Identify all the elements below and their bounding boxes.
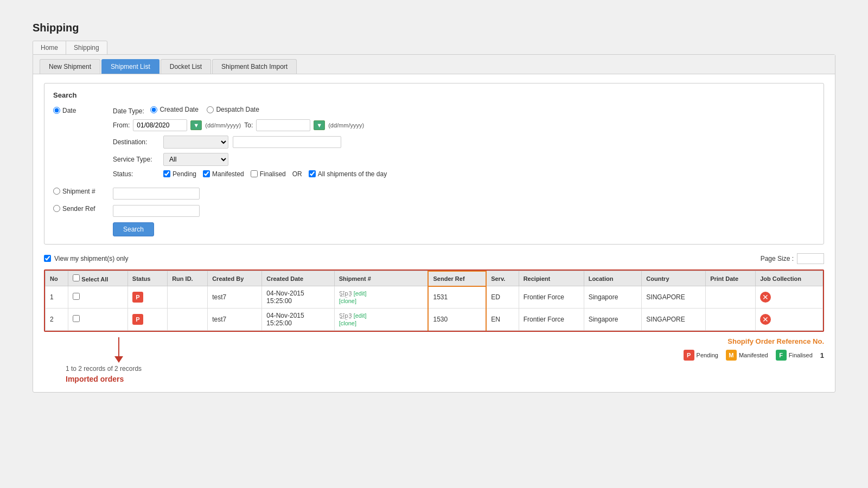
row1-location: Singapore xyxy=(584,286,642,309)
row2-checkbox xyxy=(68,309,128,331)
shipment-num-row: Shipment # xyxy=(53,188,815,200)
tab-shipment-batch-import[interactable]: Shipment Batch Import xyxy=(212,59,297,74)
row2-edit-link[interactable]: [edit] xyxy=(354,312,367,319)
table-row: 2 P test7 04-Nov-2015 15:25:00 Ş̤ī̤p̤3̤ … xyxy=(46,309,823,331)
row2-recipient: Frontier Force xyxy=(519,309,584,331)
records-text-row: 1 to 2 records of 2 records xyxy=(66,364,142,373)
table-footer: 1 to 2 records of 2 records Imported ord… xyxy=(44,337,824,383)
status-checkboxes: Pending Manifested Finalised xyxy=(163,170,387,178)
created-date-radio[interactable] xyxy=(150,106,157,113)
table-row: 1 P test7 04-Nov-2015 15:25:00 Ş̤ī̤p̤3̤ … xyxy=(46,286,823,309)
row1-recipient: Frontier Force xyxy=(519,286,584,309)
despatch-date-label: Despatch Date xyxy=(216,106,259,113)
row1-serv: ED xyxy=(486,286,519,309)
select-all-checkbox[interactable] xyxy=(73,274,80,281)
created-date-label: Created Date xyxy=(159,106,198,113)
manifested-checkbox[interactable] xyxy=(203,170,210,177)
breadcrumb: Home Shipping xyxy=(33,41,107,54)
legend-finalised-label: Finalised xyxy=(789,352,813,358)
despatch-date-radio[interactable] xyxy=(207,106,214,113)
page-title: Shipping xyxy=(33,22,835,34)
from-date-format: (dd/mm/yyyy) xyxy=(205,122,241,129)
row1-country: SINGAPORE xyxy=(642,286,706,309)
or-label: OR xyxy=(292,170,302,178)
from-label: From: xyxy=(113,121,130,129)
date-label: Date xyxy=(62,107,76,114)
tab-new-shipment[interactable]: New Shipment xyxy=(40,59,100,74)
to-date-input[interactable] xyxy=(256,119,310,131)
legend-pending: P Pending xyxy=(684,350,718,361)
records-section: 1 to 2 records of 2 records Imported ord… xyxy=(44,337,142,383)
service-type-label: Service Type: xyxy=(113,156,159,163)
row1-shipment-num: Ş̤ī̤p̤3̤ [edit] [clone] xyxy=(334,286,428,309)
shipment-radio[interactable] xyxy=(53,188,60,195)
all-shipments-checkbox[interactable] xyxy=(309,170,316,177)
col-created-by: Created By xyxy=(208,271,262,286)
row1-select[interactable] xyxy=(73,293,80,300)
search-box: Search Date Date Type: Created Date xyxy=(44,83,824,245)
tab-shipment-list[interactable]: Shipment List xyxy=(101,59,159,74)
service-type-select[interactable]: All xyxy=(163,153,228,166)
legend-manifested: M Manifested xyxy=(726,350,768,361)
row2-serv: EN xyxy=(486,309,519,331)
row1-no: 1 xyxy=(46,286,68,309)
view-my-shipments-checkbox[interactable] xyxy=(44,255,51,262)
shipment-hash-label: Shipment # xyxy=(62,188,95,195)
all-shipments-label: All shipments of the day xyxy=(318,170,387,178)
shipment-hash-input[interactable] xyxy=(113,188,200,200)
imported-orders-label: Imported orders xyxy=(66,375,142,383)
row1-clone-link[interactable]: [clone] xyxy=(339,298,356,304)
date-radio[interactable] xyxy=(53,107,60,114)
row1-print-date xyxy=(706,286,756,309)
date-controls: Date Type: Created Date Despatch Date xyxy=(113,106,387,182)
col-sender-ref: Sender Ref xyxy=(428,271,486,286)
row2-remove-btn[interactable]: ✕ xyxy=(760,314,771,325)
manifested-label: Manifested xyxy=(212,170,244,178)
to-cal-btn[interactable]: ▼ xyxy=(314,120,325,130)
breadcrumb-home[interactable]: Home xyxy=(33,41,66,54)
row2-country: SINGAPORE xyxy=(642,309,706,331)
row1-checkbox xyxy=(68,286,128,309)
sender-ref-input[interactable] xyxy=(113,205,200,217)
from-cal-btn[interactable]: ▼ xyxy=(190,120,202,130)
col-country: Country xyxy=(642,271,706,286)
right-footer: Shopify Order Reference No. P Pending M … xyxy=(684,337,824,361)
row1-status-icon: P xyxy=(132,292,143,303)
tab-docket-list[interactable]: Docket List xyxy=(161,59,211,74)
page-size-label: Page Size : xyxy=(761,255,794,262)
view-row: View my shipment(s) only Page Size : 100 xyxy=(44,253,824,264)
col-created-date: Created Date xyxy=(262,271,334,286)
tabs: New Shipment Shipment List Docket List S… xyxy=(33,55,835,74)
col-no: No xyxy=(46,271,68,286)
row2-status: P xyxy=(127,309,167,331)
destination-select[interactable] xyxy=(163,136,228,149)
row1-edit-link[interactable]: [edit] xyxy=(354,290,367,297)
row2-print-date xyxy=(706,309,756,331)
col-serv: Serv. xyxy=(486,271,519,286)
row1-created-by: test7 xyxy=(208,286,262,309)
row1-remove-btn[interactable]: ✕ xyxy=(760,292,771,303)
pending-label: Pending xyxy=(173,170,196,178)
row1-job-collection: ✕ xyxy=(756,286,823,309)
breadcrumb-shipping[interactable]: Shipping xyxy=(66,41,107,54)
pending-checkbox[interactable] xyxy=(163,170,170,177)
main-panel: New Shipment Shipment List Docket List S… xyxy=(33,54,835,393)
panel-content: Search Date Date Type: Created Date xyxy=(33,74,835,392)
row2-no: 2 xyxy=(46,309,68,331)
arrow-head xyxy=(114,356,123,363)
row2-clone-link[interactable]: [clone] xyxy=(339,320,356,326)
legend-pending-icon: P xyxy=(684,350,694,361)
row1-status: P xyxy=(127,286,167,309)
sender-ref-radio[interactable] xyxy=(53,205,60,212)
row1-runid xyxy=(168,286,208,309)
destination-input[interactable] xyxy=(233,136,341,148)
finalised-checkbox[interactable] xyxy=(251,170,258,177)
shipment-table: No Select All Status Run ID. Created By … xyxy=(45,271,823,331)
row2-shipment-text: Ş̤ī̤p̤3̤ xyxy=(339,312,354,319)
from-date-input[interactable] xyxy=(133,119,187,131)
search-button[interactable]: Search xyxy=(113,222,154,236)
row2-select[interactable] xyxy=(73,315,80,322)
search-title: Search xyxy=(53,91,815,99)
row2-created-date: 04-Nov-2015 15:25:00 xyxy=(262,309,334,331)
page-size-input[interactable]: 100 xyxy=(797,253,824,264)
